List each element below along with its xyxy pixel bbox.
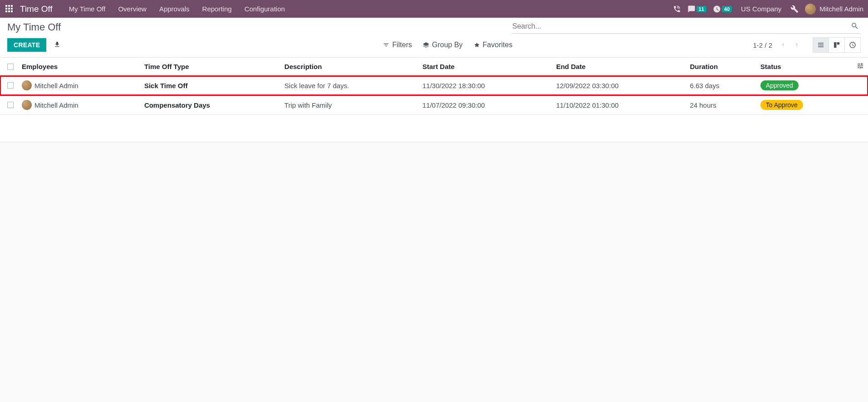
th-duration[interactable]: Duration	[686, 58, 756, 76]
type-cell: Compensatory Days	[141, 95, 281, 115]
list-view-button[interactable]	[813, 37, 829, 53]
page-title: My Time Off	[7, 21, 61, 33]
user-menu[interactable]: Mitchell Admin	[805, 4, 863, 15]
app-brand[interactable]: Time Off	[20, 4, 53, 14]
duration-cell: 24 hours	[686, 95, 756, 115]
nav-my-time-off[interactable]: My Time Off	[63, 1, 112, 16]
search-toolbar: Filters Group By Favorites	[301, 41, 512, 49]
status-badge: To Approve	[760, 100, 803, 110]
activity-view-button[interactable]	[844, 37, 861, 53]
groupby-label: Group By	[432, 41, 463, 49]
filters-button[interactable]: Filters	[383, 41, 412, 49]
create-button[interactable]: CREATE	[7, 38, 46, 52]
employee-name: Mitchell Admin	[34, 101, 78, 109]
table-row[interactable]: Mitchell Admin Sick Time Off Sick leave …	[0, 76, 868, 95]
toolbar-right: 1-2 / 2	[753, 37, 861, 53]
status-badge: Approved	[760, 80, 799, 90]
table-footer-space	[0, 115, 868, 142]
th-end[interactable]: End Date	[553, 58, 687, 76]
row-checkbox[interactable]	[7, 82, 14, 89]
th-status[interactable]: Status	[757, 58, 853, 76]
pager-prev-button[interactable]	[779, 40, 788, 50]
th-start[interactable]: Start Date	[419, 58, 553, 76]
description-cell: Trip with Family	[281, 95, 419, 115]
nav-overview[interactable]: Overview	[112, 1, 153, 16]
groupby-button[interactable]: Group By	[423, 41, 463, 49]
user-name: Mitchell Admin	[819, 5, 863, 13]
search-bar	[511, 20, 861, 34]
start-cell: 11/30/2022 18:30:00	[419, 76, 553, 95]
activities-badge: 40	[722, 6, 732, 12]
voip-icon[interactable]	[673, 5, 681, 13]
table-row[interactable]: Mitchell Admin Compensatory Days Trip wi…	[0, 95, 868, 115]
th-description[interactable]: Description	[281, 58, 419, 76]
user-avatar-icon	[805, 4, 816, 15]
top-navbar: Time Off My Time Off Overview Approvals …	[0, 0, 868, 18]
nav-reporting[interactable]: Reporting	[196, 1, 238, 16]
pager-counter[interactable]: 1-2 / 2	[753, 41, 772, 49]
nav-approvals[interactable]: Approvals	[153, 1, 196, 16]
list-table: Employees Time Off Type Description Star…	[0, 58, 868, 142]
filters-label: Filters	[392, 41, 412, 49]
start-cell: 11/07/2022 09:30:00	[419, 95, 553, 115]
row-checkbox[interactable]	[7, 102, 14, 108]
pager-next-button[interactable]	[792, 40, 801, 50]
messages-icon[interactable]: 11	[687, 5, 706, 13]
company-selector[interactable]: US Company	[738, 5, 784, 13]
messages-badge: 11	[696, 6, 706, 12]
employee-cell: Mitchell Admin	[22, 100, 137, 110]
table-header-row: Employees Time Off Type Description Star…	[0, 58, 868, 76]
favorites-button[interactable]: Favorites	[474, 41, 513, 49]
th-employees[interactable]: Employees	[18, 58, 141, 76]
type-cell: Sick Time Off	[141, 76, 281, 95]
nav-configuration[interactable]: Configuration	[238, 1, 291, 16]
navbar-right: 11 40 US Company Mitchell Admin	[673, 4, 863, 15]
description-cell: Sick leave for 7 days.	[281, 76, 419, 95]
end-cell: 12/09/2022 03:30:00	[553, 76, 687, 95]
navbar-left: Time Off My Time Off Overview Approvals …	[5, 1, 291, 16]
activities-icon[interactable]: 40	[713, 5, 732, 13]
view-switcher	[813, 37, 861, 53]
kanban-view-button[interactable]	[829, 37, 845, 53]
end-cell: 11/10/2022 01:30:00	[553, 95, 687, 115]
search-input[interactable]	[511, 20, 849, 32]
duration-cell: 6.63 days	[686, 76, 756, 95]
debug-icon[interactable]	[790, 5, 799, 13]
employee-avatar-icon	[22, 80, 32, 90]
control-panel: My Time Off CREATE Filters Group By F	[0, 18, 868, 58]
cp-bottom: CREATE Filters Group By Favorites 1-2 / …	[0, 35, 868, 57]
employee-avatar-icon	[22, 100, 32, 110]
employee-cell: Mitchell Admin	[22, 80, 137, 90]
th-options[interactable]	[853, 58, 868, 76]
th-type[interactable]: Time Off Type	[141, 58, 281, 76]
export-button[interactable]	[54, 41, 61, 50]
employee-name: Mitchell Admin	[34, 82, 78, 89]
cp-top: My Time Off	[0, 18, 868, 35]
search-icon[interactable]	[849, 22, 861, 31]
favorites-label: Favorites	[483, 41, 513, 49]
select-all-checkbox[interactable]	[7, 64, 14, 70]
apps-icon[interactable]	[5, 5, 14, 13]
